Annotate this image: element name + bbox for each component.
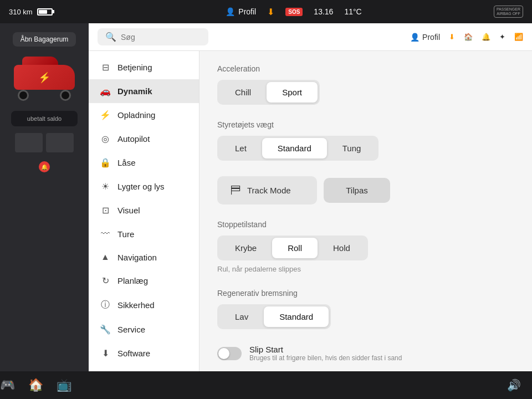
saldo-button[interactable]: ubetalt saldo [11, 111, 78, 126]
status-bar: 310 km 👤 Profil ⬇ SOS 13.16 11°C PASSENG… [0, 0, 532, 23]
sidebar-item-autopilot[interactable]: ◎ Autopilot [89, 127, 199, 151]
download-icon: ⬇ [267, 7, 274, 17]
taskbar: 🎮 🏠 📺 🔊 [0, 371, 532, 399]
top-bell-icon[interactable]: 🔔 [482, 33, 490, 41]
wheel-front-left [18, 90, 29, 101]
main-container: 🔍 👤 Profil ⬇ 🏠 🔔 ✦ 📶 ⊟ Betjening 🚗 Dyna [89, 23, 532, 371]
trackmode-label: Track Mode [247, 186, 291, 195]
sidebar-item-software[interactable]: ⬇ Software [89, 341, 199, 365]
sidebar-label-navigation: Navigation [117, 253, 157, 262]
safety-icon: ⓘ [100, 299, 111, 311]
open-trunk-button[interactable]: Åbn Bagagerum [13, 32, 76, 47]
sidebar-item-sikkerhed[interactable]: ⓘ Sikkerhed [89, 293, 199, 318]
service-icon: 🔧 [100, 324, 111, 335]
search-box[interactable]: 🔍 [98, 28, 208, 45]
sidebar-item-planlaeg[interactable]: ↻ Planlæg [89, 269, 199, 293]
time-display: 13.16 [314, 7, 333, 16]
slipstart-label-group: Slip Start Bruges til at frigøre bilen, … [249, 345, 402, 362]
slipstart-section: Slip Start Bruges til at frigøre bilen, … [217, 345, 514, 362]
sidebar-item-navigation[interactable]: ▲ Navigation [89, 245, 199, 269]
sidebar-item-dynamik[interactable]: 🚗 Dynamik [89, 79, 199, 103]
sidebar-label-autopilot: Autopilot [117, 134, 150, 144]
sidebar-label-lygter: Lygter og lys [117, 182, 165, 191]
main-panel: Acceleration Chill Sport Styretøjets væg… [200, 51, 532, 371]
volume-icon[interactable]: 🔊 [507, 378, 521, 392]
autopilot-icon: ◎ [100, 134, 111, 144]
search-input[interactable] [121, 33, 201, 42]
acceleration-btn-group: Chill Sport [217, 80, 320, 105]
search-icon: 🔍 [105, 32, 116, 42]
sidebar-item-service[interactable]: 🔧 Service [89, 318, 199, 341]
status-left: 310 km [9, 8, 98, 16]
thumbnail-1 [15, 133, 43, 152]
regen-section: Regenerativ bremsning Lav Standard [217, 289, 514, 329]
slipstart-label: Slip Start [249, 345, 402, 354]
slipstart-toggle[interactable] [217, 347, 242, 360]
taskbar-media-icon[interactable]: 📺 [57, 378, 71, 392]
temp-display: 11°C [344, 7, 361, 16]
plan-icon: ↻ [100, 275, 111, 286]
steering-standard-btn[interactable]: Standard [262, 138, 327, 158]
sidebar-item-betjening[interactable]: ⊟ Betjening [89, 55, 199, 79]
status-center: 👤 Profil ⬇ SOS 13.16 11°C [98, 7, 490, 17]
car-image: ⚡ [11, 57, 78, 101]
sidebar-label-software: Software [117, 349, 150, 358]
steering-section: Styretøjets vægt Let Standard Tung [217, 120, 514, 161]
taskbar-game-icon[interactable]: 🎮 [0, 378, 15, 392]
nav-icon: ▲ [100, 252, 111, 262]
sidebar-item-opladning[interactable]: ⚡ Opladning [89, 103, 199, 127]
acceleration-chill-btn[interactable]: Chill [219, 82, 267, 103]
stopmode-title: Stoppetilstand [217, 220, 514, 229]
stopmode-hold-btn[interactable]: Hold [318, 238, 366, 258]
left-panel: Åbn Bagagerum ⚡ ubetalt saldo 🔔 [0, 23, 89, 371]
tilpas-btn[interactable]: Tilpas [324, 178, 390, 203]
notification-dot[interactable]: 🔔 [39, 161, 50, 172]
top-signal-icon: 📶 [514, 33, 523, 41]
sidebar-label-dynamik: Dynamik [117, 86, 152, 96]
top-download-icon: ⬇ [449, 33, 455, 41]
steering-let-btn[interactable]: Let [219, 138, 262, 158]
km-display: 310 km [9, 8, 33, 16]
sos-badge[interactable]: SOS [285, 8, 303, 16]
top-icons: 👤 Profil ⬇ 🏠 🔔 ✦ 📶 [410, 33, 523, 42]
steering-title: Styretøjets vægt [217, 120, 514, 129]
software-icon: ⬇ [100, 348, 111, 359]
top-home-icon[interactable]: 🏠 [464, 33, 473, 41]
visual-icon: ⊡ [100, 205, 111, 216]
sidebar: ⊟ Betjening 🚗 Dynamik ⚡ Opladning ◎ Auto… [89, 51, 200, 371]
car-icon: 🚗 [100, 86, 111, 96]
acceleration-section: Acceleration Chill Sport [217, 64, 514, 105]
steering-tung-btn[interactable]: Tung [327, 138, 377, 158]
profile-btn[interactable]: 👤 Profil [226, 7, 256, 16]
acceleration-sport-btn[interactable]: Sport [267, 82, 318, 103]
top-person-icon: 👤 [410, 33, 420, 42]
taskbar-home-icon[interactable]: 🏠 [28, 378, 43, 392]
sidebar-item-ture[interactable]: 〰 Ture [89, 222, 199, 245]
thumbnail-area [15, 133, 74, 152]
light-icon: ☀ [100, 181, 111, 192]
lightning-icon: ⚡ [38, 71, 50, 84]
sidebar-label-laase: Låse [117, 158, 136, 167]
trackmode-btn[interactable]: ⛿ Track Mode [217, 176, 317, 204]
top-bar: 🔍 👤 Profil ⬇ 🏠 🔔 ✦ 📶 [89, 23, 532, 51]
track-row: ⛿ Track Mode Tilpas [217, 176, 514, 204]
regen-lav-btn[interactable]: Lav [219, 306, 264, 327]
sidebar-item-lygter[interactable]: ☀ Lygter og lys [89, 175, 199, 198]
lock-icon: 🔒 [100, 157, 111, 168]
top-bluetooth-icon[interactable]: ✦ [499, 33, 505, 41]
regen-title: Regenerativ bremsning [217, 289, 514, 298]
stopmode-krybe-btn[interactable]: Krybe [219, 238, 272, 258]
car-body: ⚡ [14, 65, 75, 90]
slipstart-toggle-row: Slip Start Bruges til at frigøre bilen, … [217, 345, 514, 362]
sidebar-item-visuel[interactable]: ⊡ Visuel [89, 198, 199, 222]
stopmode-section: Stoppetilstand Krybe Roll Hold Rul, når … [217, 220, 514, 273]
stopmode-roll-btn[interactable]: Roll [272, 238, 318, 258]
top-profile-btn[interactable]: 👤 Profil [410, 33, 440, 42]
sidebar-label-service: Service [117, 325, 145, 334]
profile-label: Profil [238, 7, 256, 16]
sidebar-item-laase[interactable]: 🔒 Låse [89, 151, 199, 175]
battery-icon [37, 8, 53, 16]
toggle-knob [218, 348, 229, 359]
regen-standard-btn[interactable]: Standard [264, 306, 329, 327]
thumbnail-2 [46, 133, 74, 152]
